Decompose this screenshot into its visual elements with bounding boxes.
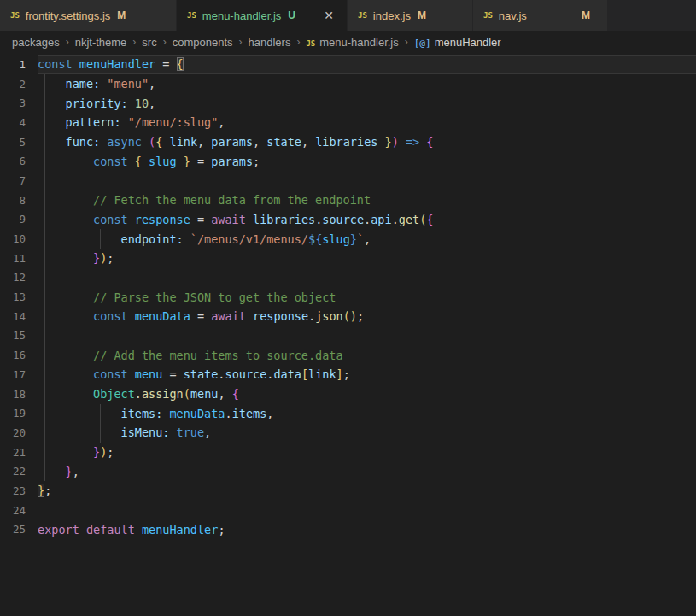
line-number: 23 <box>0 484 38 497</box>
code-line[interactable]: 23}; <box>0 481 696 501</box>
tab-menu-handler.js[interactable]: JSmenu-handler.jsU✕ <box>177 0 348 31</box>
code-line[interactable]: 24 <box>0 501 696 520</box>
code-line[interactable]: 20 isMenu: true, <box>0 423 696 443</box>
breadcrumb-label: handlers <box>249 36 291 49</box>
js-file-icon: JS <box>483 11 493 20</box>
git-status-badge: M <box>418 9 426 21</box>
git-status-badge: U <box>288 9 295 21</box>
code-line[interactable]: 18 Object.assign(menu, { <box>0 384 696 404</box>
code-text: name: "menu", <box>38 77 155 91</box>
line-number: 14 <box>0 310 38 323</box>
code-line[interactable]: 5 func: async ({ link, params, state, li… <box>0 132 696 152</box>
breadcrumb-item-handlers[interactable]: handlers <box>249 36 291 49</box>
tab-index.js[interactable]: JSindex.jsM <box>348 0 473 31</box>
breadcrumb-label: menuHandler <box>435 36 501 49</box>
tab-label: frontity.settings.js <box>26 9 110 22</box>
code-line[interactable]: 2 name: "menu", <box>0 74 696 94</box>
breadcrumb-item-components[interactable]: components <box>173 36 233 49</box>
code-text: const response = await libraries.source.… <box>38 213 433 226</box>
line-number: 9 <box>0 213 38 226</box>
code-line[interactable]: 7 <box>0 171 696 191</box>
breadcrumb-separator-icon: › <box>163 36 167 48</box>
line-number: 21 <box>0 446 38 459</box>
line-number: 13 <box>0 290 38 303</box>
line-number: 11 <box>0 252 38 265</box>
code-line[interactable]: 1const menuHandler = { <box>0 55 696 74</box>
code-text: const menuHandler = { <box>38 57 184 71</box>
line-number: 17 <box>0 368 38 381</box>
code-line[interactable]: 22 }, <box>0 461 696 481</box>
line-number: 4 <box>0 116 38 129</box>
tab-nav.js[interactable]: JSnav.jsM <box>473 0 608 31</box>
code-line[interactable]: 8 // Fetch the menu data from the endpoi… <box>0 191 696 210</box>
breadcrumb-label: src <box>142 36 156 49</box>
code-line[interactable]: 9 const response = await libraries.sourc… <box>0 210 696 230</box>
line-number: 25 <box>0 523 38 536</box>
breadcrumb-item-src[interactable]: src <box>142 36 156 49</box>
breadcrumb-item-nkjt-theme[interactable]: nkjt-theme <box>75 36 127 49</box>
line-number: 10 <box>0 232 38 245</box>
code-line[interactable]: 10 endpoint: `/menus/v1/menus/${slug}`, <box>0 229 696 249</box>
tab-bar: JSfrontity.settings.jsMJSmenu-handler.js… <box>0 0 696 31</box>
line-number: 15 <box>0 329 38 342</box>
breadcrumb-item-menuHandler[interactable]: [@]menuHandler <box>414 36 501 49</box>
tab-label: nav.js <box>499 9 527 22</box>
line-number: 16 <box>0 349 38 361</box>
code-editor[interactable]: 1const menuHandler = {2 name: "menu",3 p… <box>0 53 696 616</box>
line-number: 8 <box>0 194 38 207</box>
line-number: 18 <box>0 388 38 401</box>
breadcrumb-separator-icon: › <box>405 36 408 48</box>
code-line[interactable]: 3 priority: 10, <box>0 93 696 113</box>
breadcrumb-separator-icon: › <box>132 36 136 48</box>
code-lines: 1const menuHandler = {2 name: "menu",3 p… <box>0 55 696 539</box>
line-number: 24 <box>0 504 38 517</box>
code-line[interactable]: 21 }); <box>0 443 696 462</box>
code-text: }); <box>38 445 114 459</box>
code-text: func: async ({ link, params, state, libr… <box>38 135 434 149</box>
git-status-badge: M <box>582 9 590 21</box>
line-number: 5 <box>0 136 38 149</box>
close-icon[interactable]: ✕ <box>321 8 336 23</box>
code-text: pattern: "/menu/:slug", <box>38 115 225 129</box>
code-line[interactable]: 19 items: menuData.items, <box>0 403 696 423</box>
code-line[interactable]: 6 const { slug } = params; <box>0 151 696 171</box>
code-line[interactable]: 4 pattern: "/menu/:slug", <box>0 113 696 132</box>
code-line[interactable]: 11 }); <box>0 249 696 268</box>
code-text: }); <box>38 251 114 265</box>
code-line[interactable]: 14 const menuData = await response.json(… <box>0 307 696 326</box>
breadcrumb-separator-icon: › <box>239 36 243 48</box>
code-text: priority: 10, <box>38 97 155 110</box>
code-text: // Parse the JSON to get the object <box>38 290 336 304</box>
symbol-object-icon: [@] <box>414 38 431 49</box>
code-text: Object.assign(menu, { <box>38 387 239 401</box>
code-text: endpoint: `/menus/v1/menus/${slug}`, <box>38 232 371 246</box>
breadcrumb: packages›nkjt-theme›src›components›handl… <box>0 31 696 53</box>
code-line[interactable]: 12 <box>0 268 696 288</box>
line-number: 19 <box>0 407 38 419</box>
breadcrumb-item-packages[interactable]: packages <box>12 36 60 49</box>
tab-label: menu-handler.js <box>202 9 282 22</box>
breadcrumb-label: packages <box>12 36 60 49</box>
breadcrumb-item-menu-handler.js[interactable]: JSmenu-handler.js <box>306 36 398 49</box>
code-line[interactable]: 17 const menu = state.source.data[link]; <box>0 365 696 384</box>
code-text: items: menuData.items, <box>38 407 273 420</box>
js-file-icon: JS <box>10 11 20 20</box>
line-number: 2 <box>0 78 38 91</box>
code-text: const menu = state.source.data[link]; <box>38 367 350 381</box>
line-number: 22 <box>0 465 38 478</box>
code-line[interactable]: 16 // Add the menu items to source.data <box>0 345 696 365</box>
tab-label: index.js <box>373 9 411 22</box>
code-text: }; <box>38 484 51 497</box>
breadcrumb-separator-icon: › <box>296 36 300 48</box>
breadcrumb-label: components <box>173 36 233 49</box>
line-number: 12 <box>0 271 38 284</box>
code-line[interactable]: 13 // Parse the JSON to get the object <box>0 287 696 307</box>
code-line[interactable]: 15 <box>0 326 696 346</box>
code-text: const menuData = await response.json(); <box>38 309 364 323</box>
breadcrumb-label: nkjt-theme <box>75 36 127 49</box>
tab-frontity.settings.js[interactable]: JSfrontity.settings.jsM <box>0 0 177 31</box>
breadcrumb-separator-icon: › <box>66 36 69 48</box>
git-status-badge: M <box>117 9 126 21</box>
code-line[interactable]: 25export default menuHandler; <box>0 520 696 540</box>
js-file-icon: JS <box>306 39 315 48</box>
